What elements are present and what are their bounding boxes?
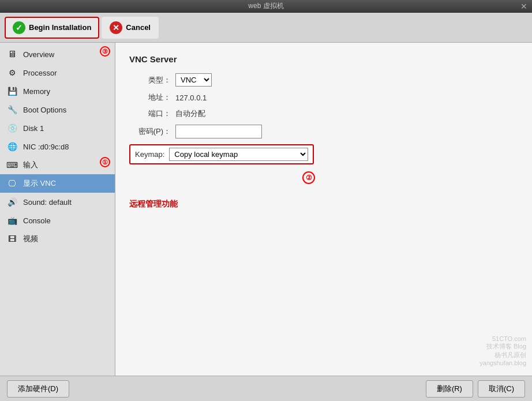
sidebar-item-video[interactable]: 🎞 视频 bbox=[0, 230, 115, 248]
password-input[interactable] bbox=[175, 125, 262, 138]
port-value: 自动分配 bbox=[175, 108, 205, 119]
window-title: web 虚拟机 bbox=[248, 1, 283, 11]
type-label: 类型： bbox=[129, 75, 175, 85]
sidebar-item-nic[interactable]: 🌐 NIC :d0:9c:d8 bbox=[0, 137, 115, 156]
sidebar-label-nic: NIC :d0:9c:d8 bbox=[23, 143, 69, 151]
sidebar-item-overview[interactable]: 🖥 Overview ③ bbox=[0, 45, 115, 63]
cancel-bottom-button[interactable]: 取消(C) bbox=[478, 380, 525, 398]
sidebar-item-console[interactable]: 📺 Console bbox=[0, 211, 115, 230]
sidebar-item-sound[interactable]: 🔊 Sound: default bbox=[0, 193, 115, 211]
bottom-right-buttons: 删除(R) 取消(C) bbox=[426, 380, 525, 398]
sidebar-label-sound: Sound: default bbox=[23, 198, 72, 207]
port-row: 端口： 自动分配 bbox=[129, 108, 518, 119]
check-icon: ✓ bbox=[13, 21, 25, 34]
sidebar-item-display-vnc[interactable]: 🖵 显示 VNC bbox=[0, 174, 115, 193]
sidebar-item-input[interactable]: ⌨ 输入 ① bbox=[0, 156, 115, 174]
remote-mgmt-label: 远程管理功能 bbox=[129, 199, 518, 209]
video-icon: 🎞 bbox=[6, 233, 18, 245]
type-select[interactable]: VNC Spice bbox=[175, 73, 212, 87]
password-label: 密码(P)： bbox=[129, 126, 175, 137]
sidebar-item-boot-options[interactable]: 🔧 Boot Options bbox=[0, 100, 115, 119]
processor-icon: ⚙ bbox=[6, 66, 18, 79]
keymap-select[interactable]: Copy local keymap None en-us bbox=[169, 148, 308, 161]
sidebar-label-memory: Memory bbox=[23, 87, 50, 96]
console-icon: 📺 bbox=[6, 214, 18, 227]
sidebar-label-processor: Processor bbox=[23, 69, 57, 77]
main-panel: VNC Server 类型： VNC Spice 地址： 127.0.0.1 端… bbox=[115, 43, 532, 376]
sidebar: 🖥 Overview ③ ⚙ Processor 💾 Memory 🔧 Boot… bbox=[0, 43, 115, 376]
sidebar-label-display-vnc: 显示 VNC bbox=[23, 178, 56, 189]
add-hardware-button[interactable]: 添加硬件(D) bbox=[7, 380, 69, 398]
cancel-button[interactable]: ✕ Cancel bbox=[102, 17, 159, 39]
panel-title: VNC Server bbox=[129, 54, 518, 64]
overview-badge: ③ bbox=[100, 46, 110, 57]
address-value: 127.0.0.1 bbox=[175, 93, 207, 102]
x-icon: ✕ bbox=[110, 21, 122, 34]
disk-icon: 💿 bbox=[6, 122, 18, 134]
sidebar-label-boot-options: Boot Options bbox=[23, 106, 66, 114]
close-button[interactable]: ✕ bbox=[520, 2, 527, 11]
title-bar: web 虚拟机 ✕ bbox=[0, 0, 532, 13]
port-label: 端口： bbox=[129, 108, 175, 119]
display-vnc-icon: 🖵 bbox=[6, 177, 18, 190]
overview-icon: 🖥 bbox=[6, 48, 18, 61]
boot-options-icon: 🔧 bbox=[6, 103, 18, 116]
sidebar-label-console: Console bbox=[23, 216, 51, 225]
toolbar: ✓ Begin Installation ✕ Cancel bbox=[0, 13, 532, 43]
nic-icon: 🌐 bbox=[6, 140, 18, 153]
content-area: 🖥 Overview ③ ⚙ Processor 💾 Memory 🔧 Boot… bbox=[0, 43, 532, 376]
delete-button[interactable]: 删除(R) bbox=[426, 380, 473, 398]
sidebar-label-overview: Overview bbox=[23, 50, 54, 59]
input-badge: ① bbox=[100, 157, 110, 167]
type-row: 类型： VNC Spice bbox=[129, 73, 518, 87]
address-row: 地址： 127.0.0.1 bbox=[129, 92, 518, 103]
sidebar-item-disk1[interactable]: 💿 Disk 1 bbox=[0, 119, 115, 137]
keymap-label: Keymap: bbox=[135, 150, 164, 159]
badge-2: ② bbox=[302, 171, 315, 184]
address-label: 地址： bbox=[129, 92, 175, 103]
keymap-row: Keymap: Copy local keymap None en-us bbox=[129, 144, 314, 164]
sidebar-label-disk1: Disk 1 bbox=[23, 124, 44, 133]
sidebar-label-video: 视频 bbox=[23, 234, 38, 244]
password-row: 密码(P)： bbox=[129, 125, 518, 138]
input-icon: ⌨ bbox=[6, 159, 18, 171]
bottom-bar: 添加硬件(D) 删除(R) 取消(C) bbox=[0, 376, 532, 401]
sidebar-item-memory[interactable]: 💾 Memory bbox=[0, 82, 115, 100]
memory-icon: 💾 bbox=[6, 85, 18, 98]
sound-icon: 🔊 bbox=[6, 196, 18, 208]
begin-installation-button[interactable]: ✓ Begin Installation bbox=[5, 17, 99, 39]
sidebar-label-input: 输入 bbox=[23, 160, 38, 170]
sidebar-item-processor[interactable]: ⚙ Processor bbox=[0, 63, 115, 82]
